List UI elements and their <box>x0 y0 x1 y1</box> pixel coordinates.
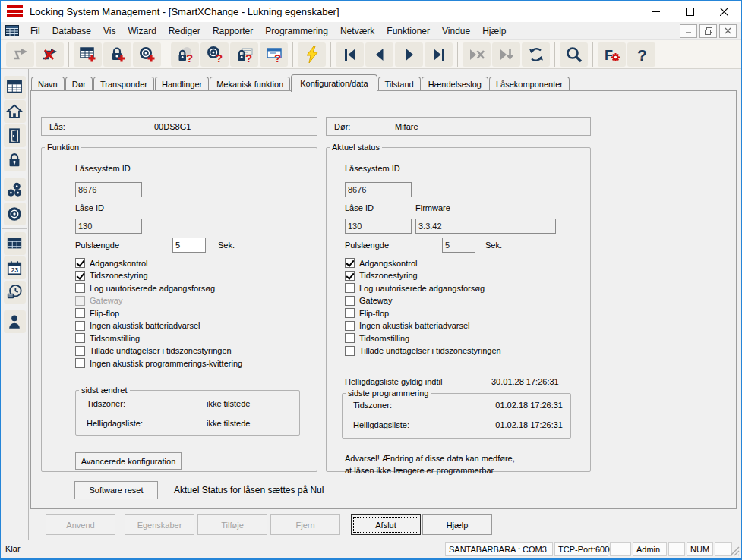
status-pulse-length-field[interactable] <box>442 238 475 253</box>
refresh-button[interactable] <box>522 42 550 67</box>
fjern-button[interactable]: Fjern <box>270 514 340 535</box>
matrix-button[interactable] <box>4 76 26 99</box>
person-button[interactable] <box>4 310 26 333</box>
status-checkbox-flip-flop[interactable]: Flip-flop <box>345 307 389 319</box>
checkbox-box[interactable] <box>75 283 85 293</box>
mdi-close-button[interactable] <box>719 24 737 38</box>
checkbox-tidszonestyring[interactable]: Tidszonestyring <box>75 270 148 282</box>
checkbox-log-adgangsforsoeg[interactable]: Log uautoriserede adgangsforsøg <box>75 282 215 294</box>
checkbox-box[interactable] <box>345 333 355 343</box>
anvend-button[interactable]: Anvend <box>46 514 115 535</box>
lock-id-field[interactable] <box>75 219 142 234</box>
checkbox-box[interactable] <box>345 308 355 318</box>
tab-handlinger[interactable]: Handlinger <box>155 77 209 91</box>
checkbox-box[interactable] <box>345 296 355 306</box>
new-transponder-button[interactable] <box>133 42 161 67</box>
programming-button[interactable] <box>298 42 326 67</box>
read-transponder-button[interactable]: ? <box>200 42 229 67</box>
disconnect-button[interactable] <box>36 42 64 67</box>
checkbox-box[interactable] <box>75 358 85 368</box>
firmware-field[interactable] <box>415 219 556 234</box>
calendar-button[interactable]: 23 <box>4 256 26 279</box>
skip-apply-button[interactable] <box>492 42 520 67</box>
home-button[interactable] <box>4 100 26 123</box>
tilfoeje-button[interactable]: Tilføje <box>197 514 267 535</box>
transponder-button[interactable] <box>4 203 26 225</box>
tab-haendelseslog[interactable]: Hændelseslog <box>422 77 488 91</box>
checkbox-box[interactable] <box>75 321 85 331</box>
lock-button[interactable] <box>4 149 26 171</box>
close-button[interactable] <box>707 1 741 22</box>
afslut-button[interactable]: Afslut <box>351 514 421 535</box>
status-lock-id-field[interactable] <box>345 219 412 234</box>
search-button[interactable] <box>560 42 588 67</box>
egenskaber-button[interactable]: Egenskaber <box>125 514 194 535</box>
checkbox-box[interactable] <box>75 271 85 281</box>
menu-programmering[interactable]: Programmering <box>259 24 334 39</box>
status-locking-system-id-field[interactable] <box>345 182 412 197</box>
help-button[interactable]: ? <box>627 42 655 67</box>
tab-navn[interactable]: Navn <box>31 77 65 91</box>
status-checkbox-log-adgangsforsoeg[interactable]: Log uautoriserede adgangsforsøg <box>345 282 485 294</box>
menu-rediger[interactable]: Rediger <box>163 24 207 39</box>
checkbox-box[interactable] <box>345 258 355 268</box>
menu-netvaerk[interactable]: Netværk <box>334 24 380 39</box>
checkbox-tillade-undtagelser[interactable]: Tillade undtagelser i tidszonestyringen <box>75 345 232 357</box>
status-checkbox-ingen-batteriadvarsel[interactable]: Ingen akustisk batteriadvarsel <box>345 320 470 332</box>
list-button[interactable] <box>4 232 26 255</box>
locking-system-id-field[interactable] <box>75 182 142 197</box>
status-checkbox-tidsomstilling[interactable]: Tidsomstilling <box>345 332 409 344</box>
checkbox-flip-flop[interactable]: Flip-flop <box>75 307 119 319</box>
tab-konfiguration-data[interactable]: Konfiguration/data <box>291 74 377 92</box>
hjaelp-button[interactable]: Hjælp <box>422 514 492 535</box>
status-checkbox-tidszonestyring[interactable]: Tidszonestyring <box>345 270 418 282</box>
tab-laasekomponenter[interactable]: Låsekomponenter <box>489 77 570 91</box>
software-reset-button[interactable]: Software reset <box>74 481 158 499</box>
menu-wizard[interactable]: Wizard <box>122 24 163 39</box>
checkbox-box[interactable] <box>345 283 355 293</box>
filter-settings-button[interactable]: F <box>598 42 626 67</box>
resize-grip[interactable] <box>730 546 740 556</box>
skip-cancel-button[interactable] <box>463 42 491 67</box>
pulse-length-field[interactable] <box>172 238 206 253</box>
menu-vis[interactable]: Vis <box>97 24 122 39</box>
last-record-button[interactable] <box>425 42 453 67</box>
previous-record-button[interactable] <box>365 42 393 67</box>
mdi-restore-button[interactable] <box>699 24 717 38</box>
checkbox-box[interactable] <box>75 296 85 306</box>
mdi-minimize-button[interactable] <box>680 24 697 38</box>
tab-tilstand[interactable]: Tilstand <box>378 77 421 91</box>
minimize-button[interactable] <box>639 1 673 22</box>
new-locking-plan-button[interactable] <box>74 42 102 67</box>
connect-button[interactable] <box>6 42 34 67</box>
advanced-configuration-button[interactable]: Avancerede konfiguration <box>75 452 182 470</box>
transponder-group-button[interactable] <box>4 178 26 201</box>
checkbox-box[interactable] <box>345 271 355 281</box>
menu-fil[interactable]: Fil <box>24 24 46 39</box>
checkbox-gateway[interactable]: Gateway <box>75 295 122 307</box>
menu-funktioner[interactable]: Funktioner <box>380 24 436 39</box>
first-record-button[interactable] <box>336 42 364 67</box>
checkbox-box[interactable] <box>75 346 85 356</box>
menu-hjaelp[interactable]: Hjælp <box>476 24 512 39</box>
status-checkbox-tillade-undtagelser[interactable]: Tillade undtagelser i tidszonestyringen <box>345 345 501 357</box>
tab-mekanisk-funktion[interactable]: Mekanisk funktion <box>210 77 290 91</box>
read-window-button[interactable]: ? <box>260 42 288 67</box>
next-record-button[interactable] <box>395 42 423 67</box>
read-lock-data-button[interactable]: ? <box>230 42 258 67</box>
checkbox-box[interactable] <box>345 321 355 331</box>
status-checkbox-gateway[interactable]: Gateway <box>345 295 392 307</box>
checkbox-ingen-programmerings-kvittering[interactable]: Ingen akustisk programmerings-kvittering <box>75 357 242 369</box>
menu-vindue[interactable]: Vindue <box>436 24 476 39</box>
checkbox-adgangskontrol[interactable]: Adgangskontrol <box>75 257 147 269</box>
checkbox-box[interactable] <box>345 346 355 356</box>
time-zones-button[interactable] <box>4 281 26 304</box>
menu-database[interactable]: Database <box>46 24 97 39</box>
read-lock-button[interactable]: ? <box>171 42 199 67</box>
menu-rapporter[interactable]: Rapporter <box>207 24 259 39</box>
checkbox-box[interactable] <box>75 258 85 268</box>
checkbox-box[interactable] <box>75 308 85 318</box>
new-lock-button[interactable] <box>103 42 131 67</box>
door-button[interactable] <box>4 124 26 147</box>
checkbox-box[interactable] <box>75 333 85 343</box>
